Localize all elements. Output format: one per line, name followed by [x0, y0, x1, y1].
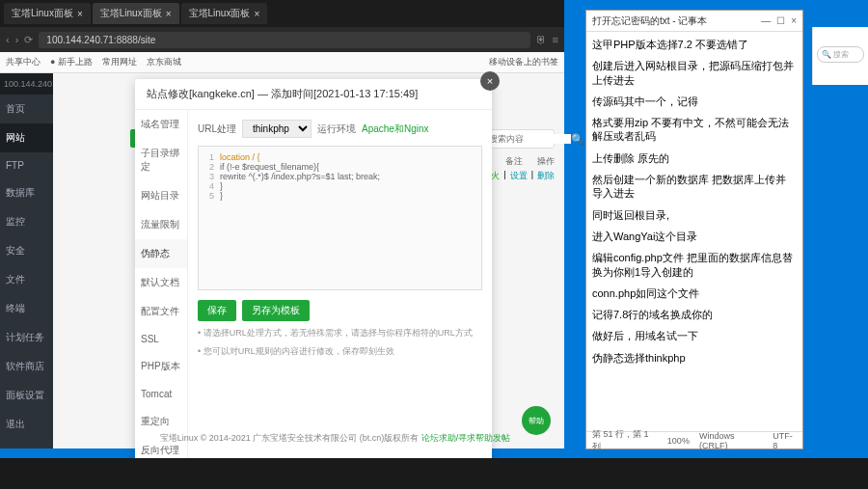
- hint-text: • 请选择URL处理方式，若无特殊需求，请选择与你程序相符的URL方式: [198, 327, 482, 340]
- modal-tab-tomcat[interactable]: Tomcat: [135, 381, 187, 407]
- modal-title: 站点修改[kangkeke.cn] — 添加时间[2021-01-13 17:1…: [135, 79, 492, 110]
- taskbar[interactable]: [0, 458, 868, 489]
- close-icon[interactable]: ×: [166, 9, 172, 19]
- forum-link[interactable]: 论坛求助/寻求帮助发帖: [421, 433, 511, 443]
- action-settings[interactable]: 设置: [510, 170, 528, 182]
- sidebar-item-ftp[interactable]: FTP: [0, 152, 53, 178]
- save-button[interactable]: 保存: [198, 300, 236, 321]
- sidebar-item-logout[interactable]: 退出: [0, 410, 53, 439]
- sidebar-item-monitor[interactable]: 监控: [0, 207, 53, 236]
- sidebar-item-db[interactable]: 数据库: [0, 178, 53, 207]
- bookmarks-bar: 共享中心 ● 新手上路 常用网址 京东商城 移动设备上的书签: [0, 52, 564, 73]
- modal-tab-config[interactable]: 配置文件: [135, 297, 187, 326]
- modal-tab-php[interactable]: PHP版本: [135, 352, 187, 381]
- edge-search[interactable]: 🔍 搜索: [817, 46, 864, 63]
- back-icon[interactable]: ‹: [6, 34, 10, 45]
- notepad-content[interactable]: 这甲PHP版本选择7.2 不要选错了 创建后进入网站根目录，把源码压缩打包并上传…: [586, 32, 802, 431]
- sidebar-item-security[interactable]: 安全: [0, 236, 53, 265]
- modal-tab-default[interactable]: 默认文档: [135, 268, 187, 297]
- server-value: Apache和Nginx: [362, 122, 428, 136]
- modal-tab-rewrite[interactable]: 伪静态: [135, 239, 187, 268]
- reload-icon[interactable]: ⟳: [24, 34, 33, 46]
- modal-tab-domain[interactable]: 域名管理: [135, 110, 187, 139]
- sidebar-item-settings[interactable]: 面板设置: [0, 381, 53, 410]
- sidebar-item-store[interactable]: 软件商店: [0, 352, 53, 381]
- sidebar-item-terminal[interactable]: 终端: [0, 294, 53, 323]
- search-icon[interactable]: 🔍: [571, 133, 584, 146]
- bookmark-item[interactable]: ● 新手上路: [50, 56, 93, 68]
- forward-icon[interactable]: ›: [15, 34, 19, 45]
- notepad-titlebar[interactable]: 打开忘记密码的txt - 记事本 — ☐ ×: [586, 11, 802, 32]
- rewrite-code-editor[interactable]: 1location / { 2 if (!-e $request_filenam…: [198, 146, 482, 290]
- sidebar-item-files[interactable]: 文件: [0, 265, 53, 294]
- help-fab[interactable]: 帮助: [522, 406, 551, 435]
- url-mode-select[interactable]: thinkphp: [242, 120, 312, 138]
- action-delete[interactable]: 删除: [537, 170, 555, 182]
- maximize-icon[interactable]: ☐: [776, 15, 785, 26]
- browser-tab[interactable]: 宝塔Linux面板×: [181, 3, 268, 24]
- modal-tab-subdir[interactable]: 子目录绑定: [135, 139, 187, 181]
- sidebar-item-site[interactable]: 网站: [0, 123, 53, 152]
- notepad-statusbar: 第 51 行，第 1 列 100% Windows (CRLF) UTF-8: [586, 431, 802, 448]
- shield-icon[interactable]: ⛨: [536, 34, 547, 45]
- bookmark-mobile[interactable]: 移动设备上的书签: [489, 56, 558, 68]
- bookmark-item[interactable]: 常用网址: [102, 56, 137, 68]
- site-config-modal: 站点修改[kangkeke.cn] — 添加时间[2021-01-13 17:1…: [135, 79, 492, 489]
- menu-icon[interactable]: ≡: [553, 34, 558, 45]
- table-row-actions: 防火 | 设置 | 删除: [482, 170, 555, 182]
- panel-sidebar: 100.144.240.71 首页 网站 FTP 数据库 监控 安全 文件 终端…: [0, 73, 53, 448]
- bookmark-item[interactable]: 京东商城: [147, 56, 181, 68]
- close-icon[interactable]: ×: [791, 15, 797, 26]
- browser-tab[interactable]: 宝塔Linux面板×: [93, 3, 179, 24]
- server-label: 运行环境: [317, 122, 356, 136]
- bookmark-item[interactable]: 共享中心: [6, 56, 41, 68]
- browser-tabs-bar: 宝塔Linux面板× 宝塔Linux面板× 宝塔Linux面板×: [0, 0, 564, 27]
- modal-tab-ssl[interactable]: SSL: [135, 326, 187, 352]
- address-bar: ‹ › ⟳ ⛨ ≡: [0, 27, 564, 52]
- close-icon[interactable]: ×: [77, 9, 83, 19]
- sidebar-item-home[interactable]: 首页: [0, 95, 53, 123]
- sidebar-item-cron[interactable]: 计划任务: [0, 323, 53, 352]
- minimize-icon[interactable]: —: [761, 15, 771, 26]
- url-input[interactable]: [39, 32, 529, 48]
- notepad-window: 打开忘记密码的txt - 记事本 — ☐ × 这甲PHP版本选择7.2 不要选错…: [585, 10, 803, 449]
- browser-tab[interactable]: 宝塔Linux面板×: [4, 3, 91, 24]
- url-mode-label: URL处理: [198, 122, 236, 136]
- modal-tab-sitedir[interactable]: 网站目录: [135, 181, 187, 210]
- save-template-button[interactable]: 另存为模板: [242, 300, 310, 321]
- sidebar-ip: 100.144.240.71: [0, 73, 53, 95]
- close-icon[interactable]: ×: [254, 9, 259, 19]
- page-footer: 宝塔Linux © 2014-2021 广东宝塔安全技术有限公司 (bt.cn)…: [106, 432, 564, 445]
- background-browser: 🔍 搜索: [812, 27, 868, 85]
- modal-close-button[interactable]: ×: [480, 71, 500, 91]
- modal-tab-limit[interactable]: 流量限制: [135, 210, 187, 239]
- notepad-title: 打开忘记密码的txt - 记事本: [592, 14, 761, 28]
- hint-text: • 您可以对URL规则的内容进行修改，保存即刻生效: [198, 345, 482, 358]
